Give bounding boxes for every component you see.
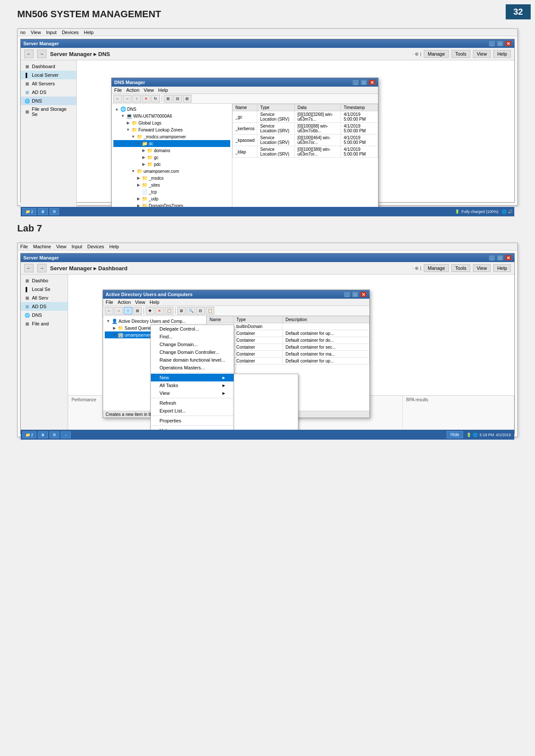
tree-umampserver[interactable]: ▼ 📁 umampserver.com <box>113 168 230 175</box>
tree-sites[interactable]: ▶ 📁 _sites <box>113 181 230 188</box>
lab7-sidebar-adds[interactable]: ⊞ AD DS <box>21 302 68 311</box>
table-row[interactable]: _ldap Service Location (SRV) [0][100][38… <box>233 146 378 158</box>
tree-domaindns[interactable]: ▶ 📁 DomainDnsZones <box>113 202 230 207</box>
aduc-tb-copy[interactable]: ⊞ <box>133 307 142 315</box>
sidebar-item-localserver[interactable]: ▌ Local Server <box>21 71 76 79</box>
tb-back[interactable]: ← <box>113 95 122 103</box>
lab7-taskbar-arrow[interactable]: → <box>61 431 71 438</box>
close-btn[interactable]: ✕ <box>505 41 512 47</box>
sidebar-item-dns[interactable]: 🌐 DNS <box>21 97 76 105</box>
lab7-sidebar-allservers[interactable]: ⊞ All Serv <box>21 294 68 302</box>
aduc-minimize-btn[interactable]: _ <box>344 291 350 297</box>
lab7-sidebar-dns[interactable]: 🌐 DNS <box>21 311 68 319</box>
dns-minimize-btn[interactable]: _ <box>352 79 359 85</box>
aduc-tb-back[interactable]: ← <box>105 307 113 315</box>
table-row[interactable]: _kpasswd Service Location (SRV) [0][100]… <box>233 134 378 146</box>
manage-btn[interactable]: Manage <box>424 50 449 58</box>
lab7-help-btn[interactable]: Help <box>493 264 511 272</box>
aduc-tb-new[interactable]: ✚ <box>146 307 154 315</box>
sidebar-item-allservers[interactable]: ⊞ All Servers <box>21 79 76 88</box>
lab7-taskbar-app2[interactable]: 🖥 <box>38 431 48 438</box>
forward-btn[interactable]: → <box>37 50 47 58</box>
dns-maximize-btn[interactable]: □ <box>360 79 367 85</box>
aduc-tb-btn3[interactable]: ⊟ <box>196 307 205 315</box>
tree-server[interactable]: ▼ 💻 WIN-U6TM70000A6 <box>113 112 230 119</box>
menu-input[interactable]: Input <box>46 30 56 35</box>
tb-up[interactable]: ↑ <box>132 95 141 103</box>
lab7-sidebar-filestorage[interactable]: ⊞ File and <box>21 319 68 328</box>
tb-forward[interactable]: → <box>123 95 131 103</box>
menu-devices[interactable]: Devices <box>87 244 104 249</box>
dns-close-btn[interactable]: ✕ <box>369 79 375 85</box>
ctx-new[interactable]: New Computer Contact Group InetOrgPerson… <box>151 374 234 381</box>
ctx-raise[interactable]: Raise domain functional level... <box>151 356 234 364</box>
lab7-sidebar-dashboard[interactable]: ⊞ Dashbo <box>21 276 68 285</box>
tb-btn3[interactable]: ⊞ <box>183 95 191 103</box>
tree-domains[interactable]: ▶ 📁 domains <box>113 147 230 154</box>
table-row[interactable]: _gc Service Location (SRV) [0][100][3268… <box>233 111 378 123</box>
ctx-view[interactable]: View <box>151 389 234 397</box>
aduc-tb-forward[interactable]: → <box>114 307 123 315</box>
ctx-all-tasks[interactable]: All Tasks <box>151 381 234 389</box>
taskbar-app2[interactable]: 🖥 <box>38 208 48 215</box>
lab7-minimize-btn[interactable]: _ <box>488 255 495 261</box>
lab7-back-btn[interactable]: ← <box>24 264 34 272</box>
tree-udp[interactable]: ▶ 📁 _udp <box>113 195 230 202</box>
col-data[interactable]: Data <box>295 104 341 111</box>
ctx-change-domain[interactable]: Change Domain... <box>151 341 234 348</box>
sub-inetorg[interactable]: InetOrgPerson <box>234 397 298 405</box>
taskbar-explorer[interactable]: 📁 2 <box>22 208 36 215</box>
tree-tcp[interactable]: 📄 _tcp <box>113 188 230 195</box>
sidebar-item-adds[interactable]: ⊞ AD DS <box>21 88 76 97</box>
back-btn[interactable]: ← <box>24 50 34 58</box>
tree-global-logs[interactable]: ▶ 📁 Global Logs <box>113 119 230 126</box>
menu-no[interactable]: no <box>20 30 25 35</box>
menu-machine[interactable]: Machine <box>33 244 51 249</box>
menu-input[interactable]: Input <box>72 244 82 249</box>
ctx-refresh[interactable]: Refresh <box>151 399 234 407</box>
dns-menu-view[interactable]: View <box>144 87 154 93</box>
aduc-col-type[interactable]: Type <box>234 316 283 323</box>
lab7-forward-btn[interactable]: → <box>37 264 47 272</box>
ctx-help[interactable]: Help <box>151 427 234 430</box>
sub-msmq[interactable]: MSMQ Queue Alias <box>234 413 298 421</box>
menu-help[interactable]: Help <box>84 30 94 35</box>
lab7-tools-btn[interactable]: Tools <box>451 264 470 272</box>
aduc-close-btn[interactable]: ✕ <box>360 291 367 297</box>
tree-pdc[interactable]: ▶ 📁 pdc <box>113 161 230 168</box>
tree-dns-root[interactable]: ▲ 🌐 DNS <box>113 106 230 112</box>
ctx-find[interactable]: Find... <box>151 333 234 341</box>
lab7-view-btn[interactable]: View <box>473 264 491 272</box>
view-btn[interactable]: View <box>473 50 491 58</box>
tb-delete[interactable]: ✕ <box>142 95 150 103</box>
dns-menu-help[interactable]: Help <box>158 87 168 93</box>
tree-gc[interactable]: ▶ 📁 gc <box>113 154 230 161</box>
maximize-btn[interactable]: □ <box>497 41 504 47</box>
tree-msdcs2[interactable]: ▶ 📁 _msdcs <box>113 175 230 181</box>
sidebar-item-dashboard[interactable]: ⊞ Dashboard <box>21 62 76 71</box>
sub-group[interactable]: Group <box>234 390 298 397</box>
lab7-manage-btn[interactable]: Manage <box>424 264 449 272</box>
sub-printer[interactable]: Printer <box>234 428 298 430</box>
aduc-menu-action[interactable]: Action <box>118 300 131 305</box>
ctx-operations[interactable]: Operations Masters... <box>151 364 234 372</box>
sub-contact[interactable]: Contact <box>234 382 298 390</box>
ctx-properties[interactable]: Properties <box>151 417 234 425</box>
aduc-col-name[interactable]: Name <box>207 316 234 323</box>
aduc-tb-btn1[interactable]: ⊞ <box>177 307 186 315</box>
tb-refresh[interactable]: ↻ <box>151 95 160 103</box>
tb-btn2[interactable]: ⊟ <box>173 95 182 103</box>
tools-btn[interactable]: Tools <box>451 50 470 58</box>
lab7-taskbar-app3[interactable]: ⚙ <box>50 431 59 438</box>
lab7-close-btn[interactable]: ✕ <box>505 255 512 261</box>
menu-help[interactable]: Help <box>110 244 119 249</box>
tb-btn1[interactable]: ⊞ <box>164 95 172 103</box>
dns-menu-file[interactable]: File <box>114 87 122 93</box>
tree-msdcs[interactable]: ▼ 📁 _msdcs.umampserver <box>113 133 230 140</box>
sub-ou[interactable]: Organizational Unit <box>234 421 298 428</box>
minimize-btn[interactable]: _ <box>488 41 495 47</box>
lab7-taskbar-explorer[interactable]: 📁 2 <box>22 431 36 438</box>
sub-computer[interactable]: Computer <box>234 374 298 382</box>
ctx-change-dc[interactable]: Change Domain Controller... <box>151 348 234 356</box>
aduc-menu-help[interactable]: Help <box>150 300 160 305</box>
